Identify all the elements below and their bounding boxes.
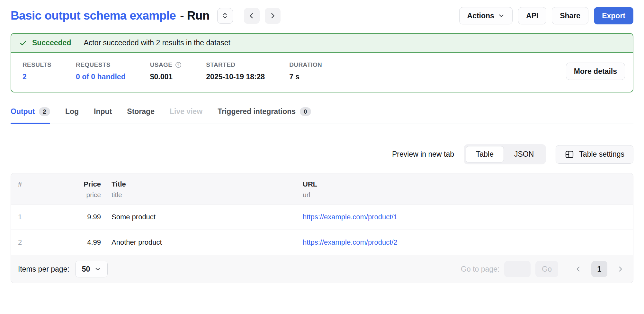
- run-selector-button[interactable]: [217, 8, 233, 24]
- table-pagination: Items per page: 50 Go to page: Go: [11, 255, 633, 283]
- svg-text:?: ?: [177, 63, 180, 67]
- tab-log[interactable]: Log: [65, 107, 79, 124]
- stat-duration: DURATION 7 s: [289, 61, 322, 81]
- results-table: # Price price Title title URL url 1 9.99…: [11, 173, 633, 283]
- tab-triggered-integrations-count-badge: 0: [300, 107, 311, 116]
- pager: 1: [573, 261, 626, 277]
- tab-input[interactable]: Input: [94, 107, 112, 124]
- stat-requests-label: REQUESTS: [76, 61, 126, 68]
- check-icon: [19, 39, 27, 47]
- page-title: Basic output schema example - Run: [11, 9, 210, 22]
- row-url-link[interactable]: https://example.com/product/2: [303, 238, 626, 247]
- stat-duration-value: 7 s: [289, 73, 322, 81]
- run-detail-page: Basic output schema example - Run: [0, 0, 644, 314]
- more-details-button[interactable]: More details: [566, 63, 625, 80]
- share-button[interactable]: Share: [552, 7, 588, 24]
- page-title-suffix: - Run: [180, 9, 210, 22]
- stat-usage-value: $0.001: [150, 73, 182, 81]
- export-button[interactable]: Export: [594, 7, 633, 24]
- go-button[interactable]: Go: [535, 261, 558, 277]
- row-title: Another product: [112, 238, 292, 247]
- actor-title-link[interactable]: Basic output schema example: [11, 9, 176, 22]
- table-row: 2 4.99 Another product https://example.c…: [11, 230, 633, 255]
- help-icon[interactable]: ?: [175, 62, 182, 68]
- items-per-page: Items per page: 50: [18, 261, 108, 277]
- go-to-page-input[interactable]: [504, 261, 531, 277]
- row-title: Some product: [112, 213, 292, 221]
- stat-usage-label: USAGE: [150, 61, 173, 68]
- row-price: 4.99: [69, 238, 101, 247]
- tab-log-label: Log: [65, 107, 79, 116]
- column-header-price[interactable]: Price price: [69, 180, 101, 199]
- actions-button-label: Actions: [467, 12, 494, 20]
- topbar-actions: Actions API Share Export: [459, 7, 633, 24]
- chevron-up-down-icon: [221, 12, 229, 20]
- stat-results-value[interactable]: 2: [22, 73, 51, 81]
- column-header-index: #: [18, 180, 58, 188]
- table-layout-icon: [565, 150, 574, 159]
- go-to-page: Go to page: Go 1: [461, 261, 626, 277]
- tab-live-view: Live view: [170, 107, 202, 124]
- view-toggle-table[interactable]: Table: [466, 146, 504, 162]
- chevron-right-icon: [269, 12, 276, 20]
- status-message: Actor succeeded with 2 results in the da…: [84, 39, 230, 47]
- view-toggle: Table JSON: [464, 144, 546, 164]
- actions-button[interactable]: Actions: [459, 7, 513, 24]
- stat-started-value: 2025-10-19 18:28: [206, 73, 265, 81]
- topbar: Basic output schema example - Run: [11, 7, 633, 24]
- next-run-button[interactable]: [265, 8, 281, 24]
- api-button[interactable]: API: [518, 7, 546, 24]
- next-page-icon[interactable]: [614, 263, 626, 275]
- tab-output[interactable]: Output 2: [11, 107, 50, 124]
- row-index: 2: [18, 238, 58, 247]
- tab-output-count-badge: 2: [39, 107, 50, 116]
- stat-usage: USAGE ? $0.001: [150, 61, 182, 81]
- stat-requests: REQUESTS 0 of 0 handled: [76, 61, 126, 81]
- status-badge: Succeeded: [32, 39, 71, 47]
- chevron-left-icon: [248, 12, 255, 20]
- tab-live-view-label: Live view: [170, 107, 202, 116]
- stat-duration-label: DURATION: [289, 61, 322, 68]
- chevron-down-icon: [498, 13, 505, 19]
- row-url-link[interactable]: https://example.com/product/1: [303, 213, 626, 221]
- run-stats: RESULTS 2 REQUESTS 0 of 0 handled USAGE …: [11, 53, 633, 92]
- tab-storage[interactable]: Storage: [127, 107, 155, 124]
- current-page-indicator[interactable]: 1: [591, 261, 607, 277]
- row-index: 1: [18, 213, 58, 221]
- tab-triggered-integrations[interactable]: Triggered integrations 0: [218, 107, 311, 124]
- table-header: # Price price Title title URL url: [11, 173, 633, 204]
- chevron-down-icon: [94, 266, 101, 272]
- table-settings-button[interactable]: Table settings: [556, 145, 633, 164]
- stat-started: STARTED 2025-10-19 18:28: [206, 61, 265, 81]
- tab-triggered-integrations-label: Triggered integrations: [218, 107, 296, 116]
- previous-run-button[interactable]: [244, 8, 260, 24]
- stat-started-label: STARTED: [206, 61, 265, 68]
- stat-results-label: RESULTS: [22, 61, 51, 68]
- column-header-url[interactable]: URL url: [303, 180, 626, 199]
- row-price: 9.99: [69, 213, 101, 221]
- items-per-page-value: 50: [82, 265, 90, 274]
- view-toggle-json[interactable]: JSON: [504, 146, 544, 162]
- preview-in-new-tab-link[interactable]: Preview in new tab: [392, 150, 454, 159]
- stat-requests-value[interactable]: 0 of 0 handled: [76, 73, 126, 81]
- items-per-page-label: Items per page:: [18, 265, 69, 274]
- go-to-page-label: Go to page:: [461, 265, 499, 274]
- tab-storage-label: Storage: [127, 107, 155, 116]
- run-tabs: Output 2 Log Input Storage Live view Tri…: [11, 107, 633, 124]
- run-status-banner: Succeeded Actor succeeded with 2 results…: [11, 33, 633, 92]
- tab-output-label: Output: [11, 107, 35, 116]
- tab-input-label: Input: [94, 107, 112, 116]
- table-settings-label: Table settings: [579, 150, 624, 159]
- column-header-title[interactable]: Title title: [112, 180, 292, 199]
- previous-page-icon[interactable]: [573, 263, 584, 275]
- status-row: Succeeded Actor succeeded with 2 results…: [11, 34, 633, 53]
- items-per-page-select[interactable]: 50: [75, 261, 108, 277]
- table-row: 1 9.99 Some product https://example.com/…: [11, 204, 633, 230]
- stat-results: RESULTS 2: [22, 61, 51, 81]
- output-toolbar: Preview in new tab Table JSON Table sett…: [11, 144, 633, 164]
